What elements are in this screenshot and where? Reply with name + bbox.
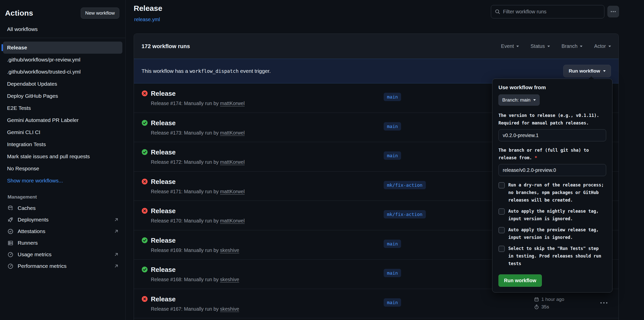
run-time: 1 hour ago [541,296,564,303]
sidebar-item-workflow-2[interactable]: .github/workflows/trusted-ci.yml [3,66,122,78]
new-workflow-button[interactable]: New workflow [81,8,119,19]
meter-icon [8,252,13,258]
sidebar-item-all-workflows[interactable]: All workflows [0,25,125,38]
actor-link[interactable]: mattKorwel [220,189,245,194]
actor-link[interactable]: skeshive [220,306,239,312]
sidebar-item-workflow-9[interactable]: Mark stale issues and pull requests [3,150,122,163]
branch-badge[interactable]: main [384,122,401,131]
run-workflow-submit-button[interactable]: Run workflow [498,274,542,287]
sidebar-item-workflow-5[interactable]: E2E Tests [3,102,122,114]
branch-badge[interactable]: main [384,240,401,248]
kebab-horizontal-icon [610,9,616,14]
sidebar-item-workflow-7[interactable]: Gemini CLI CI [3,126,122,138]
run-options-button[interactable] [600,301,608,306]
actor-link[interactable]: mattKorwel [220,101,245,106]
sidebar-item-workflow-1[interactable]: .github/workflows/pr-review.yml [3,54,122,66]
checkbox-label[interactable]: Run a dry-run of the release process; no… [508,181,606,204]
sidebar-item-workflow-11[interactable]: Show more workflows... [3,175,122,187]
branch-badge[interactable]: main [384,298,401,307]
sidebar-item-workflow-3[interactable]: Dependabot Updates [3,78,122,90]
actor-link[interactable]: skeshive [220,277,239,282]
run-title[interactable]: Release [151,90,176,98]
branch-badge[interactable]: main [384,269,401,277]
arrow-up-right-icon [114,264,119,269]
rocket-icon [8,217,13,223]
sidebar-item-workflow-0[interactable]: Release [3,42,122,54]
run-title[interactable]: Release [151,119,176,127]
check-circle-fill-icon [142,267,148,272]
branch-badge[interactable]: mk/fix-action [384,210,426,218]
banner-text-prefix: This workflow has a [142,68,188,74]
management-item-label: Attestations [18,228,45,234]
workflow-list: Release.github/workflows/pr-review.yml.g… [0,38,125,187]
run-title[interactable]: Release [151,178,176,186]
run-description: Release #170: Manually run by mattKorwel [151,218,245,224]
ref-input[interactable] [498,164,606,176]
run-description: Release #172: Manually run by mattKorwel [151,159,245,165]
actions-sidebar: Actions New workflow All workflows Relea… [0,0,126,320]
sidebar-item-performance-metrics[interactable]: Performance metrics [0,260,125,272]
actor-link[interactable]: mattKorwel [220,218,245,223]
run-title[interactable]: Release [151,266,176,274]
filter-label: Actor [594,43,606,49]
checkbox-label[interactable]: Auto apply the nightly release tag, inpu… [508,207,606,222]
run-filters: EventStatusBranchActor [501,43,611,49]
sidebar-item-workflow-4[interactable]: Deploy GitHub Pages [3,90,122,102]
filter-workflow-runs-input[interactable]: Filter workflow runs [491,5,604,18]
filter-dropdown-branch[interactable]: Branch [562,43,582,49]
actor-link[interactable]: mattKorwel [220,159,245,165]
checkbox-label[interactable]: Auto apply the preview release tag, inpu… [508,226,606,241]
sidebar-item-usage-metrics[interactable]: Usage metrics [0,249,125,260]
run-duration: 35s [541,303,549,311]
filter-dropdown-event[interactable]: Event [501,43,519,49]
cache-database-icon [8,205,13,211]
run-title[interactable]: Release [151,207,176,215]
dispatch-option-1: Auto apply the nightly release tag, inpu… [498,207,606,222]
management-section-label: Management [8,194,125,200]
sidebar-item-attestations[interactable]: Attestations [0,226,125,237]
workflow-run-row[interactable]: ReleaseRelease #167: Manually run by ske… [134,289,619,318]
checkbox[interactable] [498,246,505,252]
checkbox[interactable] [498,227,505,233]
sidebar-title: Actions [5,9,33,17]
run-description: Release #171: Manually run by mattKorwel [151,189,245,195]
filter-dropdown-actor[interactable]: Actor [594,43,611,49]
ref-input-description: The branch or ref (full git sha) to rele… [498,146,606,162]
run-workflow-dropdown-button[interactable]: Run workflow [563,65,611,77]
sidebar-item-workflow-8[interactable]: Integration Tests [3,138,122,150]
actor-link[interactable]: mattKorwel [220,130,245,136]
checkbox[interactable] [498,182,505,188]
calendar-icon [534,297,539,302]
banner-code: workflow_dispatch [189,68,238,74]
workflow-file-link[interactable]: release.yml [134,17,160,22]
required-asterisk: * [535,155,537,160]
dispatch-option-2: Auto apply the preview release tag, inpu… [498,226,606,241]
branch-select-button[interactable]: Branch: main [498,94,540,106]
ref-description-text: The branch or ref (full git sha) to rele… [498,148,589,160]
branch-badge[interactable]: main [384,151,401,160]
runs-count: 172 workflow runs [142,43,190,50]
filter-label: Branch [562,43,577,49]
sidebar-item-workflow-10[interactable]: No Response [3,163,122,175]
branch-badge[interactable]: mk/fix-action [384,181,426,189]
run-title[interactable]: Release [151,237,176,244]
dispatch-option-0: Run a dry-run of the release process; no… [498,181,606,204]
management-item-label: Deployments [18,217,49,223]
checkbox[interactable] [498,208,505,215]
x-circle-fill-icon [142,208,148,214]
sidebar-item-runners[interactable]: Runners [0,237,125,249]
run-description: Release #169: Manually run by skeshive [151,247,239,253]
stopwatch-icon [534,304,539,309]
branch-badge[interactable]: main [384,93,401,101]
sidebar-item-caches[interactable]: Caches [0,202,125,214]
actor-link[interactable]: skeshive [220,247,239,253]
run-title[interactable]: Release [151,295,176,303]
checkbox-label[interactable]: Select to skip the "Run Tests" step in t… [508,245,606,267]
workflow-options-button[interactable] [607,6,619,17]
version-input[interactable] [498,129,606,141]
run-title[interactable]: Release [151,148,176,156]
check-circle-fill-icon [142,237,148,243]
sidebar-item-deployments[interactable]: Deployments [0,214,125,226]
sidebar-item-workflow-6[interactable]: Gemini Automated PR Labeler [3,114,122,126]
filter-dropdown-status[interactable]: Status [530,43,550,49]
